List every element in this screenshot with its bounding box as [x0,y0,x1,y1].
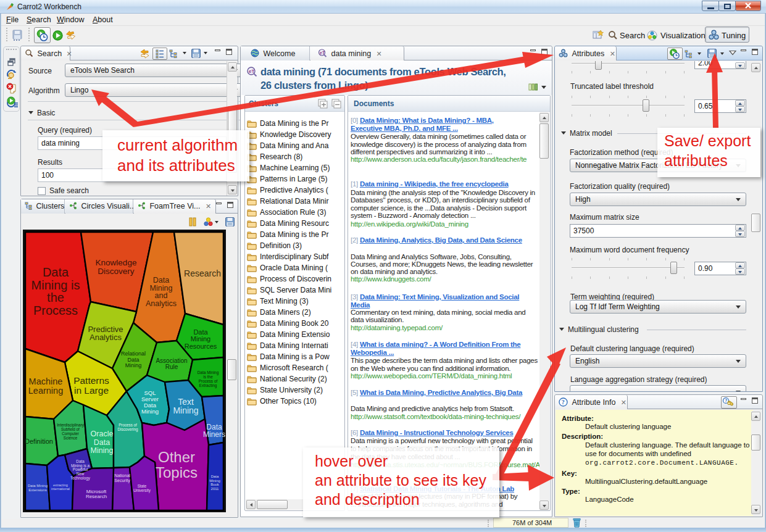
svg-text:Process of: Process of [119,423,137,427]
svg-text:Analytics: Analytics [90,333,122,342]
svg-text:Definition: Definition [25,438,53,445]
svg-text:Science: Science [64,436,78,440]
svg-text:Mining: Mining [91,446,114,455]
svg-text:international: international [51,487,70,491]
svg-text:Security: Security [114,478,130,483]
svg-text:Machine: Machine [29,376,63,386]
svg-text:?: ? [725,398,728,404]
svg-text:Discovery: Discovery [98,267,135,276]
svg-text:eT: eT [320,51,325,55]
svg-text:National: National [114,473,130,478]
svg-text:Data Mining: Data Mining [28,484,48,488]
svg-text:Extensions: Extensions [28,488,46,492]
svg-text:the: the [47,291,64,304]
svg-text:Data: Data [43,265,69,279]
svg-text:Data: Data [193,328,208,336]
svg-text:eT: eT [249,69,254,74]
svg-text:Extracting: Extracting [199,383,217,388]
svg-text:Subfield of: Subfield of [61,427,80,431]
svg-text:is the: is the [203,375,213,379]
svg-text:Learning: Learning [28,386,63,396]
svg-text:Process of: Process of [199,379,218,383]
svg-text:Data: Data [211,475,219,478]
svg-text:Data: Data [127,357,139,363]
svg-text:Mining: Mining [191,335,210,343]
svg-text:Mining: Mining [125,362,142,368]
svg-text:Other: Other [158,449,195,465]
svg-text:Mining is: Mining is [31,278,80,292]
svg-text:Miners: Miners [203,430,225,439]
svg-text:2011: 2011 [211,487,220,491]
svg-text:Process: Process [33,304,78,317]
svg-text:Topics: Topics [156,464,198,481]
svg-text:Mining: Mining [209,479,220,483]
svg-text:Oracle: Oracle [91,430,114,438]
svg-text:Data: Data [94,438,110,447]
svg-text:Relational: Relational [121,351,146,357]
svg-text:University: University [133,488,151,493]
svg-text:Patterns: Patterns [73,375,109,386]
svg-text:Discovering: Discovering [118,427,138,432]
svg-text:State: State [138,484,147,488]
svg-text:Mining: Mining [141,408,159,415]
svg-text:Association: Association [156,357,187,364]
svg-text:Technology: Technology [70,476,91,481]
svg-text:in Large: in Large [74,385,109,396]
svg-text:Rule: Rule [165,364,178,370]
svg-text:Analytics: Analytics [146,299,177,308]
svg-text:Mining: Mining [173,405,198,415]
svg-text:Book: Book [210,483,220,486]
svg-text:Research: Research [184,268,221,278]
svg-text:Research: Research [86,494,107,499]
svg-text:Knowledge: Knowledge [96,258,137,267]
svg-text:?: ? [562,399,565,405]
svg-text:Resources: Resources [185,343,217,350]
